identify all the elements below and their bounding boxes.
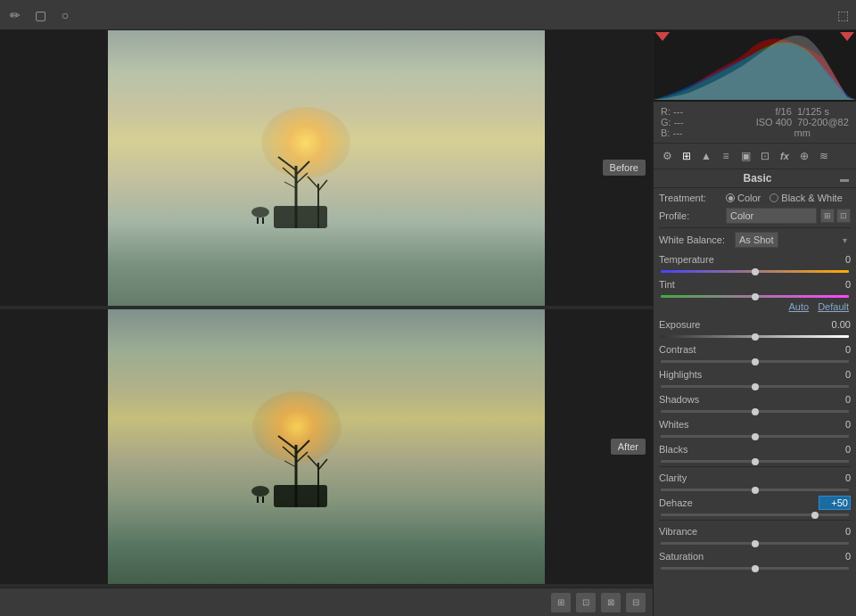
default-button[interactable]: Default [818, 301, 849, 312]
rgb-values: R: --- G: --- B: --- [661, 106, 754, 138]
hsl-icon[interactable]: ≡ [718, 148, 734, 164]
svg-line-17 [296, 452, 308, 463]
exposure-value: 0.00 [819, 319, 851, 330]
temperature-row: Temperature 0 [659, 251, 851, 267]
histogram-graph [654, 30, 856, 102]
vibrance-track[interactable] [661, 542, 849, 545]
basic-section-header: Basic ▬ [654, 169, 856, 188]
shadows-track[interactable] [661, 410, 849, 413]
whites-value: 0 [819, 419, 851, 430]
top-toolbar: ✏ ▢ ○ ⬚ [0, 0, 856, 30]
profile-grid-icon[interactable]: ⊞ [820, 209, 835, 223]
single-view-icon[interactable]: ⊟ [626, 593, 646, 612]
after-panel: After [0, 309, 653, 588]
lens-icon[interactable]: ⊕ [796, 148, 812, 164]
exif-info: f/16 1/125 s ISO 400 70-200@82 mm [756, 106, 850, 138]
highlights-track[interactable] [661, 385, 849, 388]
bw-radio[interactable]: Black & White [770, 193, 842, 203]
exposure-thumb[interactable] [752, 333, 759, 341]
histogram-clipping-right[interactable] [840, 32, 854, 41]
saturation-value: 0 [819, 551, 851, 562]
exposure-slider-row [659, 335, 851, 338]
contrast-value: 0 [819, 344, 851, 355]
clarity-slider-row [659, 489, 851, 491]
fx-icon[interactable]: fx [777, 148, 793, 164]
crop-tool-icon[interactable]: ▢ [32, 7, 48, 23]
temperature-track[interactable] [661, 270, 849, 273]
contrast-thumb[interactable] [752, 358, 759, 365]
auto-button[interactable]: Auto [789, 301, 810, 312]
whites-thumb[interactable] [752, 433, 759, 440]
contrast-slider-row [659, 360, 851, 363]
svg-line-14 [278, 436, 296, 449]
divider-1 [659, 227, 851, 228]
clarity-track[interactable] [661, 489, 849, 491]
export-icon[interactable]: ⬚ [837, 8, 849, 22]
whites-track[interactable] [661, 435, 849, 438]
svg-line-8 [318, 180, 327, 191]
shadows-label: Shadows [659, 394, 726, 405]
shadows-thumb[interactable] [752, 408, 759, 415]
dehaze-label: Dehaze [659, 497, 726, 508]
histogram-panel-icon[interactable]: ⚙ [659, 148, 675, 164]
basic-panel-icon[interactable]: ⊞ [679, 148, 695, 164]
profile-select[interactable]: Color [726, 208, 817, 224]
dehaze-track[interactable] [661, 513, 849, 516]
color-radio[interactable]: Color [726, 193, 761, 203]
tone-curve-icon[interactable]: ▲ [698, 148, 714, 164]
after-label[interactable]: After [611, 439, 646, 455]
profile-icons: ⊞ ⊡ [820, 209, 851, 223]
bw-radio-label: Black & White [781, 193, 842, 203]
svg-line-5 [284, 182, 296, 188]
circle-tool-icon[interactable]: ○ [57, 7, 73, 23]
panel-tool-icons: ⚙ ⊞ ▲ ≡ ▣ ⊡ fx ⊕ ≋ [654, 144, 856, 169]
tint-track[interactable] [661, 295, 849, 298]
g-value: G: --- [661, 117, 754, 127]
blacks-label: Blacks [659, 444, 726, 455]
before-label[interactable]: Before [603, 160, 646, 176]
contrast-track[interactable] [661, 360, 849, 363]
profile-browse-icon[interactable]: ⊡ [836, 209, 851, 223]
color-radio-dot[interactable] [726, 193, 735, 202]
exposure-track[interactable] [661, 335, 849, 338]
dehaze-thumb[interactable] [811, 512, 819, 519]
svg-line-18 [284, 461, 296, 467]
vibrance-value: 0 [819, 526, 851, 537]
tint-thumb[interactable] [752, 293, 759, 300]
tint-row: Tint 0 [659, 276, 851, 292]
contrast-label: Contrast [659, 344, 726, 355]
r-value: R: --- [661, 106, 754, 117]
temperature-slider-row [659, 270, 851, 273]
saturation-track[interactable] [661, 567, 849, 570]
highlights-thumb[interactable] [752, 383, 759, 390]
saturation-thumb[interactable] [752, 565, 759, 572]
adjustments-panel: Treatment: Color Black & White Profile: [654, 188, 856, 616]
aperture-shutter: f/16 1/125 s [756, 106, 850, 117]
blacks-thumb[interactable] [752, 458, 759, 465]
detail-icon[interactable]: ⊡ [757, 148, 773, 164]
section-collapse-btn[interactable]: ▬ [840, 174, 849, 184]
color-grading-icon[interactable]: ▣ [737, 148, 753, 164]
treatment-row: Treatment: Color Black & White [659, 193, 851, 203]
whites-row: Whites 0 [659, 416, 851, 432]
grid-view-icon[interactable]: ⊞ [551, 593, 571, 612]
clarity-thumb[interactable] [752, 487, 759, 494]
temperature-thumb[interactable] [752, 268, 759, 275]
tint-label: Tint [659, 279, 726, 290]
section-title: Basic [675, 172, 840, 185]
bw-radio-dot[interactable] [770, 193, 778, 202]
blacks-track[interactable] [661, 460, 849, 463]
histogram-clipping-left[interactable] [655, 32, 670, 41]
calibration-icon[interactable]: ≋ [816, 148, 832, 164]
after-image [108, 309, 545, 585]
dehaze-value-input[interactable]: +50 [819, 496, 851, 510]
blacks-value: 0 [819, 444, 851, 455]
split-view-icon[interactable]: ⊠ [601, 593, 621, 612]
vibrance-label: Vibrance [659, 526, 726, 537]
photo-bottom-bar: ⊞ ⊡ ⊠ ⊟ [0, 587, 653, 616]
edit-tool-icon[interactable]: ✏ [7, 7, 23, 23]
vibrance-thumb[interactable] [752, 540, 759, 547]
svg-line-4 [296, 173, 308, 184]
wb-select[interactable]: As Shot [735, 232, 778, 248]
side-by-side-icon[interactable]: ⊡ [576, 593, 596, 612]
